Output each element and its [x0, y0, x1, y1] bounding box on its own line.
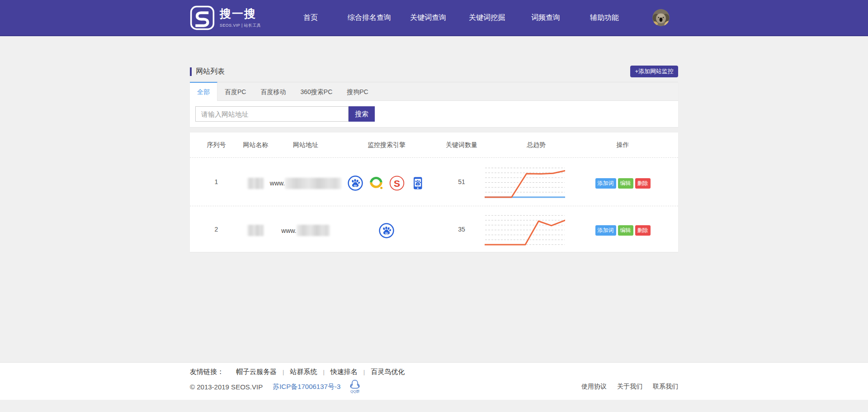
blurred-url	[297, 225, 330, 236]
search-row: 搜索	[190, 101, 678, 127]
table-row: 2www. du 35添加词编辑删除	[190, 206, 678, 252]
main-content: 网站列表 +添加网站监控 全部百度PC百度移动360搜索PC搜狗PC 搜索 序列…	[190, 36, 678, 362]
site-url-input[interactable]	[195, 106, 349, 122]
site-name-cell	[235, 223, 277, 235]
add-site-monitor-button[interactable]: +添加网站监控	[630, 66, 678, 77]
nav-item-4[interactable]: 关键词挖掘	[458, 0, 516, 35]
engine-icons: du S du	[348, 175, 425, 191]
delete-button[interactable]: 删除	[635, 178, 651, 189]
friend-link-1[interactable]: 帽子云服务器	[236, 368, 277, 375]
site-url: www.	[270, 178, 341, 189]
url-prefix: www.	[281, 227, 296, 234]
link-separator: |	[283, 369, 284, 375]
avatar-koala-image	[652, 9, 670, 26]
engine-icons-cell: du	[335, 222, 439, 237]
nav-item-1[interactable]: 首页	[281, 0, 340, 35]
blurred-site-name	[247, 225, 264, 236]
navbar-container: 搜一搜 SEOS.VIP | 站长工具 首页综合排名查询关键词查询关键词挖掘词频…	[190, 0, 678, 35]
svg-text:du: du	[417, 183, 419, 185]
friend-link-2[interactable]: 站群系统	[290, 368, 317, 375]
nav-item-6[interactable]: 辅助功能	[575, 0, 634, 35]
baidu-pc-icon: du	[379, 223, 394, 238]
add-button[interactable]: 添加词	[595, 178, 616, 189]
logo-s-icon	[190, 5, 215, 30]
logo-text: 搜一搜 SEOS.VIP | 站长工具	[220, 7, 261, 28]
tab-5[interactable]: 搜狗PC	[340, 82, 375, 101]
logo-subtitle: SEOS.VIP | 站长工具	[220, 23, 261, 28]
column-header: 监控搜索引擎	[335, 141, 439, 149]
friend-links-label: 友情链接：	[190, 368, 224, 376]
row-seq: 1	[198, 178, 235, 185]
friend-link-4[interactable]: 百灵鸟优化	[371, 368, 405, 375]
tab-2[interactable]: 百度PC	[217, 82, 253, 101]
row-seq: 2	[198, 226, 235, 233]
nav-item-3[interactable]: 关键词查询	[399, 0, 458, 35]
nav-menu: 首页综合排名查询关键词查询关键词挖掘词频查询辅助功能	[281, 0, 634, 35]
friend-link-3[interactable]: 快速排名	[330, 368, 358, 375]
site-url-cell: www.	[277, 176, 335, 188]
user-avatar[interactable]	[652, 9, 670, 26]
qq-group-link[interactable]: QQ群	[349, 379, 360, 394]
column-header: 网站地址	[277, 141, 335, 149]
actions-cell: 添加词编辑删除	[588, 177, 658, 187]
engine-icons: du	[379, 223, 394, 238]
table-header-row: 序列号网站名称网站地址监控搜索引擎关键词数量总趋势操作	[190, 133, 678, 158]
footer-link-2[interactable]: 关于我们	[617, 383, 642, 391]
page-title: 网站列表	[196, 67, 225, 76]
qq-group-label: QQ群	[350, 389, 359, 394]
nav-item-2[interactable]: 综合排名查询	[340, 0, 399, 35]
copyright-text: © 2013-2019 SEOS.VIP	[190, 383, 263, 391]
engine-tabs: 全部百度PC百度移动360搜索PC搜狗PC	[190, 82, 678, 101]
sogou-icon: S	[389, 175, 405, 191]
svg-text:S: S	[394, 178, 400, 189]
baidu-pc-icon: du	[348, 175, 363, 191]
link-separator: |	[363, 369, 365, 375]
tab-4[interactable]: 360搜索PC	[293, 82, 340, 101]
search-button[interactable]: 搜索	[349, 106, 375, 122]
top-navbar: 搜一搜 SEOS.VIP | 站长工具 首页综合排名查询关键词查询关键词挖掘词频…	[0, 0, 868, 36]
column-header: 总趋势	[485, 141, 588, 149]
action-buttons: 添加词编辑删除	[595, 178, 651, 189]
footer-right-links: 使用协议关于我们联系我们	[571, 383, 678, 391]
baidu-mobile-icon: du	[410, 175, 425, 191]
delete-button[interactable]: 删除	[635, 225, 651, 236]
friend-links-row: 友情链接： 帽子云服务器|站群系统|快速排名|百灵鸟优化	[190, 363, 678, 376]
tab-3[interactable]: 百度移动	[253, 82, 293, 101]
actions-cell: 添加词编辑删除	[588, 224, 658, 234]
footer-link-3[interactable]: 联系我们	[653, 383, 678, 391]
section-title: 网站列表	[190, 67, 225, 76]
friend-links: 帽子云服务器|站群系统|快速排名|百灵鸟优化	[236, 368, 405, 376]
footer-link-1[interactable]: 使用协议	[581, 383, 607, 391]
footer-bottom-row: © 2013-2019 SEOS.VIP 苏ICP备17006137号-3 QQ…	[190, 380, 678, 393]
edit-button[interactable]: 编辑	[618, 225, 633, 236]
site-logo[interactable]: 搜一搜 SEOS.VIP | 站长工具	[190, 5, 261, 30]
svg-text:du: du	[385, 231, 388, 234]
icp-license-link[interactable]: 苏ICP备17006137号-3	[273, 383, 340, 391]
site-url-cell: www.	[277, 223, 335, 235]
tab-1[interactable]: 全部	[190, 82, 217, 101]
nav-item-5[interactable]: 词频查询	[516, 0, 575, 35]
360-search-icon	[368, 175, 384, 191]
footer-container: 友情链接： 帽子云服务器|站群系统|快速排名|百灵鸟优化 © 2013-2019…	[190, 363, 678, 393]
svg-text:du: du	[354, 184, 357, 187]
site-table: 序列号网站名称网站地址监控搜索引擎关键词数量总趋势操作 1www. du S	[190, 133, 678, 252]
trend-sparkline	[485, 213, 565, 248]
site-url: www.	[281, 225, 330, 236]
engine-icons-cell: du S du	[335, 174, 439, 189]
column-header: 操作	[588, 141, 658, 149]
add-button[interactable]: 添加词	[595, 225, 616, 236]
action-buttons: 添加词编辑删除	[595, 225, 651, 236]
table-row: 1www. du S du 51添加词编辑删除	[190, 158, 678, 206]
column-header: 网站名称	[235, 141, 277, 149]
column-header: 序列号	[198, 141, 235, 149]
blurred-site-name	[247, 178, 264, 189]
filter-card: 全部百度PC百度移动360搜索PC搜狗PC 搜索	[190, 82, 678, 127]
trend-cell	[485, 165, 588, 199]
keyword-count: 51	[439, 178, 485, 185]
footer: 友情链接： 帽子云服务器|站群系统|快速排名|百灵鸟优化 © 2013-2019…	[0, 362, 868, 400]
section-header-row: 网站列表 +添加网站监控	[190, 66, 678, 77]
column-header: 关键词数量	[439, 141, 485, 149]
title-accent-bar	[190, 67, 192, 76]
edit-button[interactable]: 编辑	[618, 178, 633, 189]
table-body: 1www. du S du 51添加词编辑删除2www.	[190, 158, 678, 252]
